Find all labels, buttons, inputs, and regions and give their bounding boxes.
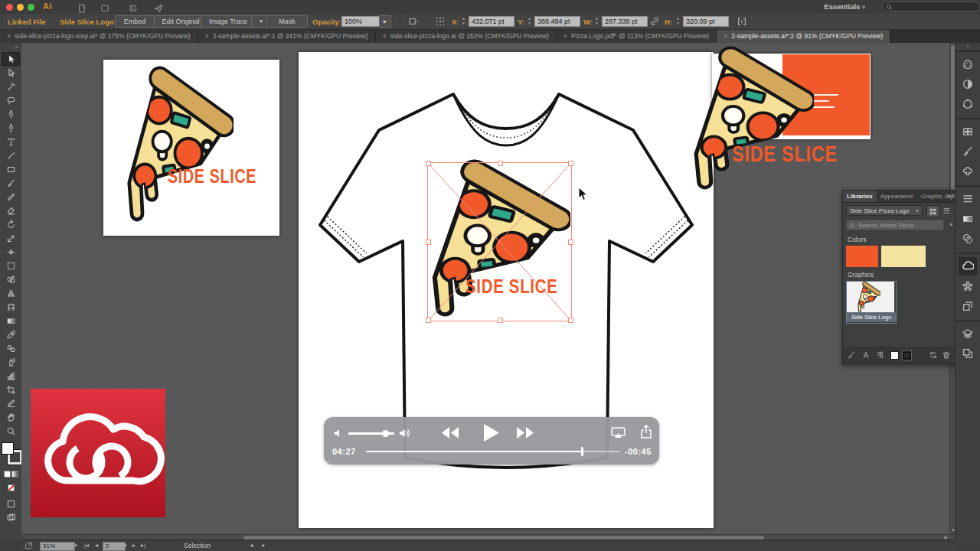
w-input[interactable]: 287.338 pt <box>602 16 648 27</box>
volume-high-icon[interactable] <box>399 427 412 439</box>
fast-forward-button[interactable] <box>515 426 535 439</box>
gradient-panel-icon[interactable] <box>959 210 977 228</box>
zoom-dropdown-icon[interactable]: ▼ <box>74 542 78 549</box>
transparency-panel-icon[interactable] <box>959 230 977 248</box>
tool-slice[interactable] <box>2 396 20 410</box>
document-tab[interactable]: ×2-sample-assets.ai*:2 @ 91% (CMYK/GPU P… <box>717 30 890 43</box>
panel-tab-appearance[interactable]: Appearance <box>877 191 917 202</box>
tool-selection[interactable] <box>2 52 20 66</box>
tool-mesh[interactable] <box>2 300 20 314</box>
y-stepper[interactable]: ▲▼ <box>527 16 532 26</box>
airplay-icon[interactable] <box>611 427 626 439</box>
color-guide-panel-icon[interactable] <box>959 75 977 93</box>
tool-magic-wand[interactable] <box>2 80 20 93</box>
volume-knob[interactable] <box>382 430 389 437</box>
tool-zoom[interactable] <box>2 424 20 438</box>
next-artboard-icon[interactable]: ▸ <box>132 542 136 549</box>
stock-badge-icon[interactable] <box>100 2 110 11</box>
tool-width[interactable] <box>2 245 20 259</box>
rewind-button[interactable] <box>440 426 460 439</box>
status-prev-icon[interactable]: ◂ <box>261 542 264 549</box>
tool-artboard[interactable] <box>2 383 20 396</box>
tool-direct-selection[interactable] <box>2 66 20 80</box>
w-stepper[interactable]: ▲▼ <box>594 16 599 26</box>
tool-line[interactable] <box>2 148 20 162</box>
app-search-input[interactable] <box>882 2 980 11</box>
tool-paintbrush[interactable] <box>2 176 20 190</box>
color-button[interactable] <box>4 471 11 478</box>
constrain-proportions-icon[interactable] <box>649 16 660 27</box>
tool-type[interactable] <box>2 135 20 148</box>
zoom-level-field[interactable]: 91% <box>40 542 75 551</box>
collapse-tools-icon[interactable]: » <box>0 43 21 52</box>
tool-shaper[interactable] <box>2 190 20 204</box>
edit-original-button[interactable]: Edit Original <box>154 15 207 28</box>
close-window-button[interactable] <box>6 4 13 11</box>
mask-button[interactable]: Mask <box>266 15 308 28</box>
delete-icon[interactable] <box>942 350 952 361</box>
last-artboard-icon[interactable]: ▸| <box>141 542 145 549</box>
selection-handle[interactable] <box>498 318 503 323</box>
opacity-arrow-button[interactable]: ▶ <box>379 15 391 28</box>
artboards-panel-icon[interactable] <box>959 344 977 363</box>
stroke-color-chip[interactable] <box>903 351 911 360</box>
library-select[interactable]: Side Slice Pizza Logo▾ <box>846 205 923 216</box>
sync-icon[interactable] <box>929 350 939 361</box>
tool-gradient[interactable] <box>2 314 20 328</box>
brushes-panel-icon[interactable] <box>959 142 977 161</box>
grid-view-icon[interactable] <box>926 205 939 217</box>
close-tab-icon[interactable]: × <box>383 32 387 40</box>
panel-menu-icon[interactable]: ▾≡ <box>947 193 954 200</box>
tool-eyedropper[interactable] <box>2 328 20 341</box>
symbols-panel-icon[interactable] <box>959 162 977 181</box>
fill-color-chip[interactable] <box>890 351 899 360</box>
pizza-logo-large[interactable] <box>693 46 814 190</box>
workspace-switcher[interactable]: Essentials ▾ <box>824 2 865 11</box>
play-button[interactable] <box>483 423 500 442</box>
document-tab[interactable]: ×2-sample-assets.ai*:1 @ 241% (CMYK/GPU … <box>198 30 376 43</box>
y-input[interactable]: 388.484 pt <box>534 16 580 27</box>
character-style-icon[interactable] <box>861 350 872 361</box>
export-icon[interactable] <box>24 542 33 551</box>
asset-export-panel-icon[interactable] <box>959 297 977 315</box>
add-graphic-icon[interactable] <box>847 350 858 361</box>
gradient-button[interactable] <box>11 471 18 478</box>
expand-panels-icon[interactable]: « <box>956 43 980 51</box>
swatches-panel-icon[interactable] <box>959 122 977 141</box>
fill-chip[interactable] <box>2 442 14 455</box>
graphic-style-dropdown-icon[interactable] <box>408 16 419 27</box>
seek-bar[interactable] <box>366 451 620 452</box>
paragraph-style-icon[interactable] <box>876 350 887 361</box>
x-stepper[interactable]: ▲▼ <box>461 16 466 26</box>
fill-stroke-indicator[interactable] <box>2 442 20 465</box>
transform-icon[interactable] <box>737 16 747 27</box>
h-input[interactable]: 320.09 pt <box>683 16 729 27</box>
arrange-documents-icon[interactable] <box>129 2 139 11</box>
pizza-logo-graphic[interactable] <box>126 66 234 222</box>
drawing-mode-button[interactable] <box>0 498 21 512</box>
tool-eraser[interactable] <box>2 204 20 217</box>
tool-hand[interactable] <box>2 410 20 424</box>
color-swatch[interactable] <box>881 246 926 267</box>
list-view-icon[interactable] <box>941 205 952 216</box>
tool-scale[interactable] <box>2 231 20 245</box>
minimize-window-button[interactable] <box>17 4 24 11</box>
previous-artboard-icon[interactable]: ◂ <box>95 542 98 549</box>
document-tab[interactable]: ×side-slice-pizza-logo-step.ai* @ 175% (… <box>0 30 198 43</box>
tool-lasso[interactable] <box>2 93 20 107</box>
share-icon[interactable] <box>641 425 652 439</box>
graphic-asset-item[interactable]: Side Slice Logo <box>846 281 897 324</box>
volume-low-icon[interactable] <box>333 428 344 439</box>
tool-rotate[interactable] <box>2 217 20 231</box>
tool-free-transform[interactable] <box>2 259 20 272</box>
image-trace-button[interactable]: Image Trace <box>201 15 256 28</box>
embed-button[interactable]: Embed <box>115 15 155 28</box>
tool-blend[interactable] <box>2 341 20 355</box>
tool-column-graph[interactable] <box>2 369 20 383</box>
layers-panel-icon[interactable] <box>959 324 977 343</box>
color-swatch[interactable] <box>846 246 878 267</box>
document-tab[interactable]: ×Pizza Logo.pdf* @ 113% (CMYK/GPU Previe… <box>557 30 717 43</box>
stroke-panel-icon[interactable] <box>959 190 977 208</box>
close-tab-icon[interactable]: × <box>7 32 11 40</box>
close-tab-icon[interactable]: × <box>564 32 567 40</box>
